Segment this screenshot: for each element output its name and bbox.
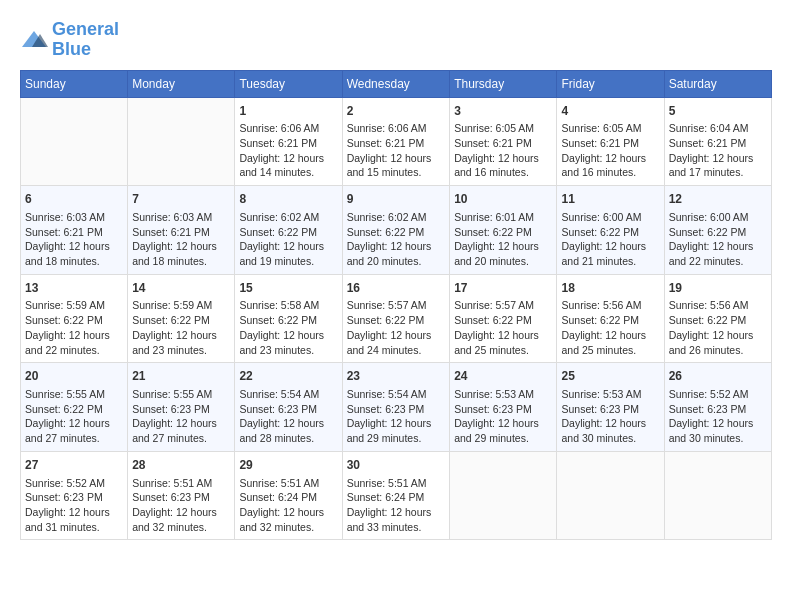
- day-number: 7: [132, 191, 230, 208]
- cell-text: Sunrise: 5:51 AM: [347, 476, 446, 491]
- calendar-body: 1Sunrise: 6:06 AMSunset: 6:21 PMDaylight…: [21, 97, 772, 540]
- day-number: 16: [347, 280, 446, 297]
- calendar-header: SundayMondayTuesdayWednesdayThursdayFrid…: [21, 70, 772, 97]
- calendar-cell: 4Sunrise: 6:05 AMSunset: 6:21 PMDaylight…: [557, 97, 664, 186]
- day-number: 3: [454, 103, 552, 120]
- cell-text: Daylight: 12 hours and 20 minutes.: [454, 239, 552, 268]
- cell-text: Sunset: 6:24 PM: [347, 490, 446, 505]
- cell-text: Sunset: 6:22 PM: [669, 313, 767, 328]
- cell-text: Daylight: 12 hours and 32 minutes.: [239, 505, 337, 534]
- cell-text: Sunrise: 5:59 AM: [25, 298, 123, 313]
- cell-text: Sunrise: 6:00 AM: [561, 210, 659, 225]
- calendar-cell: 24Sunrise: 5:53 AMSunset: 6:23 PMDayligh…: [450, 363, 557, 452]
- cell-text: Sunrise: 5:56 AM: [561, 298, 659, 313]
- cell-text: Sunset: 6:21 PM: [454, 136, 552, 151]
- week-row-4: 20Sunrise: 5:55 AMSunset: 6:22 PMDayligh…: [21, 363, 772, 452]
- cell-text: Sunrise: 5:52 AM: [25, 476, 123, 491]
- day-number: 22: [239, 368, 337, 385]
- cell-text: Sunrise: 5:53 AM: [561, 387, 659, 402]
- cell-text: Sunset: 6:21 PM: [347, 136, 446, 151]
- cell-text: Sunset: 6:23 PM: [132, 490, 230, 505]
- cell-text: Sunrise: 6:04 AM: [669, 121, 767, 136]
- calendar-cell: 3Sunrise: 6:05 AMSunset: 6:21 PMDaylight…: [450, 97, 557, 186]
- calendar-cell: 28Sunrise: 5:51 AMSunset: 6:23 PMDayligh…: [128, 451, 235, 540]
- cell-text: Sunrise: 6:02 AM: [347, 210, 446, 225]
- week-row-2: 6Sunrise: 6:03 AMSunset: 6:21 PMDaylight…: [21, 186, 772, 275]
- cell-text: Daylight: 12 hours and 25 minutes.: [561, 328, 659, 357]
- cell-text: Daylight: 12 hours and 15 minutes.: [347, 151, 446, 180]
- cell-text: Sunrise: 6:03 AM: [25, 210, 123, 225]
- calendar-cell: 8Sunrise: 6:02 AMSunset: 6:22 PMDaylight…: [235, 186, 342, 275]
- day-number: 26: [669, 368, 767, 385]
- calendar-cell: [128, 97, 235, 186]
- cell-text: Sunset: 6:21 PM: [239, 136, 337, 151]
- cell-text: Sunset: 6:22 PM: [454, 313, 552, 328]
- cell-text: Sunset: 6:23 PM: [561, 402, 659, 417]
- calendar-cell: 19Sunrise: 5:56 AMSunset: 6:22 PMDayligh…: [664, 274, 771, 363]
- calendar-cell: 6Sunrise: 6:03 AMSunset: 6:21 PMDaylight…: [21, 186, 128, 275]
- cell-text: Sunrise: 6:01 AM: [454, 210, 552, 225]
- cell-text: Daylight: 12 hours and 17 minutes.: [669, 151, 767, 180]
- calendar-table: SundayMondayTuesdayWednesdayThursdayFrid…: [20, 70, 772, 541]
- cell-text: Sunset: 6:22 PM: [669, 225, 767, 240]
- header-cell-tuesday: Tuesday: [235, 70, 342, 97]
- cell-text: Sunset: 6:21 PM: [25, 225, 123, 240]
- day-number: 9: [347, 191, 446, 208]
- cell-text: Sunset: 6:24 PM: [239, 490, 337, 505]
- header-cell-friday: Friday: [557, 70, 664, 97]
- cell-text: Daylight: 12 hours and 30 minutes.: [561, 416, 659, 445]
- cell-text: Daylight: 12 hours and 22 minutes.: [669, 239, 767, 268]
- cell-text: Sunrise: 5:57 AM: [454, 298, 552, 313]
- cell-text: Sunset: 6:22 PM: [132, 313, 230, 328]
- calendar-cell: 18Sunrise: 5:56 AMSunset: 6:22 PMDayligh…: [557, 274, 664, 363]
- day-number: 6: [25, 191, 123, 208]
- calendar-cell: 29Sunrise: 5:51 AMSunset: 6:24 PMDayligh…: [235, 451, 342, 540]
- calendar-cell: 2Sunrise: 6:06 AMSunset: 6:21 PMDaylight…: [342, 97, 450, 186]
- cell-text: Daylight: 12 hours and 29 minutes.: [347, 416, 446, 445]
- week-row-1: 1Sunrise: 6:06 AMSunset: 6:21 PMDaylight…: [21, 97, 772, 186]
- cell-text: Daylight: 12 hours and 18 minutes.: [25, 239, 123, 268]
- cell-text: Sunset: 6:23 PM: [132, 402, 230, 417]
- cell-text: Sunset: 6:22 PM: [239, 313, 337, 328]
- cell-text: Sunrise: 5:54 AM: [239, 387, 337, 402]
- day-number: 21: [132, 368, 230, 385]
- calendar-cell: 16Sunrise: 5:57 AMSunset: 6:22 PMDayligh…: [342, 274, 450, 363]
- cell-text: Sunrise: 5:52 AM: [669, 387, 767, 402]
- cell-text: Sunrise: 5:53 AM: [454, 387, 552, 402]
- calendar-cell: 11Sunrise: 6:00 AMSunset: 6:22 PMDayligh…: [557, 186, 664, 275]
- cell-text: Sunset: 6:23 PM: [347, 402, 446, 417]
- cell-text: Daylight: 12 hours and 23 minutes.: [239, 328, 337, 357]
- cell-text: Daylight: 12 hours and 30 minutes.: [669, 416, 767, 445]
- cell-text: Sunset: 6:23 PM: [239, 402, 337, 417]
- day-number: 1: [239, 103, 337, 120]
- cell-text: Sunset: 6:22 PM: [239, 225, 337, 240]
- cell-text: Sunrise: 6:06 AM: [347, 121, 446, 136]
- cell-text: Sunrise: 6:03 AM: [132, 210, 230, 225]
- cell-text: Sunrise: 6:02 AM: [239, 210, 337, 225]
- calendar-cell: 20Sunrise: 5:55 AMSunset: 6:22 PMDayligh…: [21, 363, 128, 452]
- day-number: 17: [454, 280, 552, 297]
- calendar-cell: 1Sunrise: 6:06 AMSunset: 6:21 PMDaylight…: [235, 97, 342, 186]
- calendar-cell: 14Sunrise: 5:59 AMSunset: 6:22 PMDayligh…: [128, 274, 235, 363]
- cell-text: Daylight: 12 hours and 27 minutes.: [25, 416, 123, 445]
- header-cell-monday: Monday: [128, 70, 235, 97]
- logo-icon: [20, 29, 48, 51]
- day-number: 29: [239, 457, 337, 474]
- cell-text: Daylight: 12 hours and 26 minutes.: [669, 328, 767, 357]
- cell-text: Sunset: 6:21 PM: [561, 136, 659, 151]
- calendar-cell: 21Sunrise: 5:55 AMSunset: 6:23 PMDayligh…: [128, 363, 235, 452]
- calendar-cell: [21, 97, 128, 186]
- calendar-cell: 30Sunrise: 5:51 AMSunset: 6:24 PMDayligh…: [342, 451, 450, 540]
- day-number: 14: [132, 280, 230, 297]
- cell-text: Daylight: 12 hours and 27 minutes.: [132, 416, 230, 445]
- day-number: 11: [561, 191, 659, 208]
- cell-text: Daylight: 12 hours and 16 minutes.: [561, 151, 659, 180]
- calendar-cell: 9Sunrise: 6:02 AMSunset: 6:22 PMDaylight…: [342, 186, 450, 275]
- calendar-cell: 27Sunrise: 5:52 AMSunset: 6:23 PMDayligh…: [21, 451, 128, 540]
- cell-text: Daylight: 12 hours and 21 minutes.: [561, 239, 659, 268]
- day-number: 20: [25, 368, 123, 385]
- cell-text: Sunset: 6:22 PM: [347, 225, 446, 240]
- cell-text: Daylight: 12 hours and 18 minutes.: [132, 239, 230, 268]
- calendar-cell: 23Sunrise: 5:54 AMSunset: 6:23 PMDayligh…: [342, 363, 450, 452]
- day-number: 27: [25, 457, 123, 474]
